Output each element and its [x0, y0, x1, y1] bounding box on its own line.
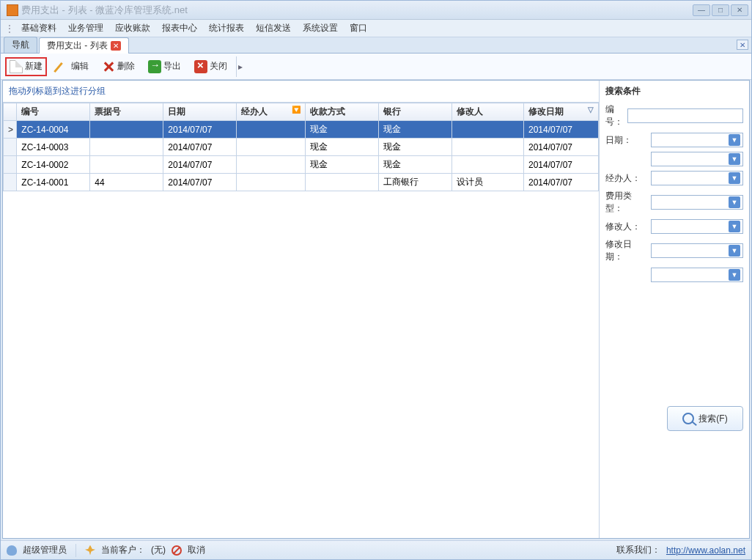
tab-close-icon[interactable]: ✕: [111, 41, 121, 51]
status-client-value: (无): [151, 544, 166, 556]
search-date-to[interactable]: ▼: [651, 152, 743, 166]
table-cell[interactable]: 2014/07/07: [163, 139, 237, 156]
status-cancel[interactable]: 取消: [188, 544, 205, 556]
table-cell[interactable]: >: [4, 121, 17, 139]
delete-icon: [102, 60, 115, 73]
tab-expense-list[interactable]: 费用支出 - 列表 ✕: [39, 37, 129, 54]
status-contact-link[interactable]: http://www.aolan.net: [666, 545, 745, 556]
export-button[interactable]: 导出: [144, 58, 185, 75]
col-mod[interactable]: 修改人: [452, 103, 524, 121]
search-date-from[interactable]: ▼: [651, 133, 743, 147]
cancel-icon[interactable]: [172, 545, 182, 556]
table-cell[interactable]: 2014/07/07: [163, 174, 237, 191]
col-handler-filter-icon[interactable]: 🔽: [292, 106, 301, 114]
table-cell[interactable]: ZC-14-0001: [17, 174, 90, 191]
tab-nav[interactable]: 导航: [4, 37, 37, 53]
table-cell[interactable]: 工商银行: [379, 174, 452, 191]
table-cell[interactable]: [90, 156, 163, 174]
close-button[interactable]: 关闭: [190, 58, 232, 75]
menu-settings[interactable]: 系统设置: [298, 21, 342, 36]
status-user: 超级管理员: [23, 544, 67, 556]
table-cell[interactable]: 2014/07/07: [523, 121, 598, 139]
new-icon: [10, 60, 23, 73]
table-cell[interactable]: 2014/07/07: [163, 121, 237, 139]
table-cell[interactable]: [237, 139, 306, 156]
status-client-label: 当前客户：: [101, 544, 145, 556]
table-cell[interactable]: 现金: [379, 139, 452, 156]
table-cell[interactable]: 现金: [306, 156, 379, 174]
menu-basic[interactable]: 基础资料: [17, 21, 61, 36]
delete-button[interactable]: 删除: [97, 58, 139, 75]
new-button[interactable]: 新建: [5, 57, 47, 76]
tabpane-close-button[interactable]: ✕: [737, 40, 748, 50]
status-bar: 超级管理员 当前客户： (无) 取消 联系我们： http://www.aola…: [1, 540, 751, 559]
table-cell[interactable]: [452, 156, 524, 174]
table-cell[interactable]: ZC-14-0004: [17, 121, 90, 139]
search-mdate-to[interactable]: ▼: [651, 268, 743, 282]
col-handler[interactable]: 经办人🔽: [237, 103, 306, 121]
table-cell[interactable]: [4, 156, 17, 174]
table-cell[interactable]: ZC-14-0002: [17, 156, 90, 174]
table-cell[interactable]: [4, 174, 17, 191]
table-cell[interactable]: [306, 174, 379, 191]
table-cell[interactable]: 现金: [306, 121, 379, 139]
table-cell[interactable]: 2014/07/07: [523, 156, 598, 174]
search-mdate-from[interactable]: ▼: [651, 243, 743, 258]
table-cell[interactable]: [90, 121, 163, 139]
col-bank[interactable]: 银行: [379, 103, 452, 121]
search-mod-input[interactable]: ▼: [651, 219, 743, 234]
search-type-input[interactable]: ▼: [651, 195, 743, 210]
table-cell[interactable]: 现金: [306, 139, 379, 156]
table-row[interactable]: ZC-14-00032014/07/07现金现金2014/07/07: [4, 139, 599, 156]
table-cell[interactable]: [452, 139, 524, 156]
search-num-input[interactable]: [627, 108, 743, 123]
table-row[interactable]: ZC-14-0001442014/07/07工商银行设计员2014/07/07: [4, 174, 599, 191]
col-bill[interactable]: 票据号: [90, 103, 163, 121]
table-cell[interactable]: 现金: [379, 156, 452, 174]
menu-stats[interactable]: 统计报表: [204, 21, 248, 36]
window-title: 费用支出 - 列表 - 微蓝冷库管理系统.net: [21, 4, 188, 17]
search-handler-input[interactable]: ▼: [651, 171, 743, 185]
table-cell[interactable]: 2014/07/07: [163, 156, 237, 174]
table-row[interactable]: >ZC-14-00042014/07/07现金现金2014/07/07: [4, 121, 599, 139]
export-icon: [148, 60, 161, 73]
maximize-button[interactable]: □: [712, 4, 729, 16]
table-cell[interactable]: 44: [90, 174, 163, 191]
table-cell[interactable]: 现金: [379, 121, 452, 139]
table-cell[interactable]: [237, 121, 306, 139]
col-pay[interactable]: 收款方式: [306, 103, 379, 121]
table-cell[interactable]: 设计员: [452, 174, 524, 191]
table-cell[interactable]: [90, 139, 163, 156]
data-grid[interactable]: 编号 票据号 日期 经办人🔽 收款方式 银行 修改人 修改日期▽ >ZC-14-…: [3, 103, 599, 191]
minimize-button[interactable]: —: [693, 4, 710, 16]
menu-bar: ⋮ 基础资料 业务管理 应收账款 报表中心 统计报表 短信发送 系统设置 窗口: [1, 20, 751, 37]
search-button[interactable]: 搜索(F): [667, 406, 743, 431]
table-cell[interactable]: [4, 139, 17, 156]
search-type-label: 费用类型：: [605, 190, 648, 215]
table-cell[interactable]: [237, 156, 306, 174]
menu-receivable[interactable]: 应收账款: [111, 21, 155, 36]
table-cell[interactable]: [452, 121, 524, 139]
table-cell[interactable]: [237, 174, 306, 191]
col-num[interactable]: 编号: [17, 103, 90, 121]
table-cell[interactable]: 2014/07/07: [523, 139, 598, 156]
close-window-button[interactable]: ✕: [731, 4, 748, 16]
col-date[interactable]: 日期: [163, 103, 237, 121]
table-cell[interactable]: 2014/07/07: [523, 174, 598, 191]
col-mdate[interactable]: 修改日期▽: [523, 103, 598, 121]
status-contact-label: 联系我们：: [616, 544, 660, 556]
app-icon: [7, 4, 18, 16]
col-mdate-sort-icon: ▽: [588, 106, 594, 114]
menu-report[interactable]: 报表中心: [158, 21, 202, 36]
search-panel: 搜索条件 编号： 日期：▼ ▼ 经办人：▼ 费用类型：▼ 修改人：▼ 修改日期：…: [600, 81, 749, 538]
table-row[interactable]: ZC-14-00022014/07/07现金现金2014/07/07: [4, 156, 599, 174]
menu-sms[interactable]: 短信发送: [251, 21, 295, 36]
menu-business[interactable]: 业务管理: [64, 21, 108, 36]
toolbar-overflow[interactable]: ▸: [236, 56, 243, 77]
chevron-down-icon: ▼: [729, 153, 740, 165]
menu-window[interactable]: 窗口: [345, 21, 372, 36]
table-cell[interactable]: ZC-14-0003: [17, 139, 90, 156]
edit-button[interactable]: 编辑: [51, 58, 93, 75]
tab-nav-label: 导航: [12, 39, 29, 51]
export-label: 导出: [163, 60, 181, 73]
